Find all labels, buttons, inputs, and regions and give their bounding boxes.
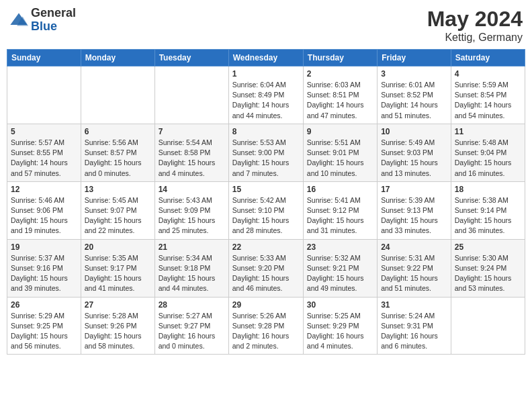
calendar-cell: 17Sunrise: 5:39 AMSunset: 9:13 PMDayligh… (378, 181, 451, 239)
day-number: 12 (11, 185, 77, 194)
day-number: 18 (455, 185, 521, 194)
day-number: 22 (232, 242, 300, 252)
calendar-header-monday: Monday (81, 50, 154, 66)
calendar-cell: 24Sunrise: 5:31 AMSunset: 9:22 PMDayligh… (378, 239, 451, 297)
day-number: 17 (381, 185, 447, 194)
day-number: 31 (381, 300, 447, 310)
calendar-header-wednesday: Wednesday (228, 50, 303, 66)
day-info: Sunrise: 5:28 AMSunset: 9:26 PMDaylight:… (85, 311, 151, 352)
page-header: General Blue May 2024 Kettig, Germany (7, 7, 525, 44)
day-number: 15 (232, 185, 300, 194)
day-number: 4 (455, 69, 521, 79)
title-block: May 2024 Kettig, Germany (427, 7, 523, 44)
day-number: 3 (381, 69, 447, 79)
calendar-cell: 26Sunrise: 5:29 AMSunset: 9:25 PMDayligh… (7, 297, 81, 355)
calendar-header-sunday: Sunday (7, 50, 81, 66)
day-info: Sunrise: 5:34 AMSunset: 9:18 PMDaylight:… (159, 253, 225, 294)
day-number: 1 (232, 69, 300, 79)
calendar-header-row: SundayMondayTuesdayWednesdayThursdayFrid… (7, 50, 525, 66)
day-info: Sunrise: 5:25 AMSunset: 9:29 PMDaylight:… (307, 311, 373, 352)
day-number: 2 (307, 69, 373, 79)
calendar-cell: 25Sunrise: 5:30 AMSunset: 9:24 PMDayligh… (451, 239, 525, 297)
calendar-cell: 3Sunrise: 6:01 AMSunset: 8:52 PMDaylight… (378, 66, 451, 124)
day-info: Sunrise: 5:27 AMSunset: 9:27 PMDaylight:… (159, 311, 225, 352)
calendar-week-row: 26Sunrise: 5:29 AMSunset: 9:25 PMDayligh… (7, 297, 525, 355)
calendar-cell: 8Sunrise: 5:53 AMSunset: 9:00 PMDaylight… (228, 124, 303, 181)
calendar-week-row: 19Sunrise: 5:37 AMSunset: 9:16 PMDayligh… (7, 239, 525, 297)
day-number: 13 (85, 185, 151, 194)
calendar-cell: 16Sunrise: 5:41 AMSunset: 9:12 PMDayligh… (303, 181, 377, 239)
day-info: Sunrise: 5:51 AMSunset: 9:01 PMDaylight:… (307, 138, 373, 179)
calendar-header-thursday: Thursday (303, 50, 377, 66)
calendar-cell: 10Sunrise: 5:49 AMSunset: 9:03 PMDayligh… (378, 124, 451, 181)
calendar-week-row: 12Sunrise: 5:46 AMSunset: 9:06 PMDayligh… (7, 181, 525, 239)
day-info: Sunrise: 5:53 AMSunset: 9:00 PMDaylight:… (232, 138, 300, 179)
day-info: Sunrise: 5:46 AMSunset: 9:06 PMDaylight:… (11, 195, 77, 236)
day-number: 11 (455, 127, 521, 136)
day-number: 24 (381, 242, 447, 252)
day-info: Sunrise: 5:54 AMSunset: 8:58 PMDaylight:… (159, 138, 225, 179)
calendar-cell: 22Sunrise: 5:33 AMSunset: 9:20 PMDayligh… (228, 239, 303, 297)
calendar-cell (451, 297, 525, 355)
day-info: Sunrise: 5:30 AMSunset: 9:24 PMDaylight:… (455, 253, 521, 294)
day-number: 19 (11, 242, 77, 252)
day-info: Sunrise: 5:48 AMSunset: 9:04 PMDaylight:… (455, 138, 521, 179)
day-info: Sunrise: 5:32 AMSunset: 9:21 PMDaylight:… (307, 253, 373, 294)
calendar-cell: 15Sunrise: 5:42 AMSunset: 9:10 PMDayligh… (228, 181, 303, 239)
calendar-week-row: 1Sunrise: 6:04 AMSunset: 8:49 PMDaylight… (7, 66, 525, 124)
day-number: 27 (85, 300, 151, 310)
calendar-cell: 30Sunrise: 5:25 AMSunset: 9:29 PMDayligh… (303, 297, 377, 355)
logo-icon (9, 11, 28, 30)
day-info: Sunrise: 5:56 AMSunset: 8:57 PMDaylight:… (85, 138, 151, 179)
day-info: Sunrise: 5:39 AMSunset: 9:13 PMDaylight:… (381, 195, 447, 236)
day-number: 9 (307, 127, 373, 136)
calendar-cell: 29Sunrise: 5:26 AMSunset: 9:28 PMDayligh… (228, 297, 303, 355)
calendar-cell: 4Sunrise: 5:59 AMSunset: 8:54 PMDaylight… (451, 66, 525, 124)
calendar-cell: 14Sunrise: 5:43 AMSunset: 9:09 PMDayligh… (154, 181, 228, 239)
day-info: Sunrise: 5:41 AMSunset: 9:12 PMDaylight:… (307, 195, 373, 236)
day-info: Sunrise: 5:33 AMSunset: 9:20 PMDaylight:… (232, 253, 300, 294)
day-number: 10 (381, 127, 447, 136)
calendar-cell: 11Sunrise: 5:48 AMSunset: 9:04 PMDayligh… (451, 124, 525, 181)
day-info: Sunrise: 5:38 AMSunset: 9:14 PMDaylight:… (455, 195, 521, 236)
calendar-cell: 21Sunrise: 5:34 AMSunset: 9:18 PMDayligh… (154, 239, 228, 297)
day-number: 6 (85, 127, 151, 136)
calendar-cell: 2Sunrise: 6:03 AMSunset: 8:51 PMDaylight… (303, 66, 377, 124)
calendar-header-saturday: Saturday (451, 50, 525, 66)
day-number: 26 (11, 300, 77, 310)
day-number: 14 (159, 185, 225, 194)
calendar-cell: 9Sunrise: 5:51 AMSunset: 9:01 PMDaylight… (303, 124, 377, 181)
day-number: 5 (11, 127, 77, 136)
location-title: Kettig, Germany (427, 32, 523, 44)
calendar-cell: 27Sunrise: 5:28 AMSunset: 9:26 PMDayligh… (81, 297, 154, 355)
day-info: Sunrise: 6:01 AMSunset: 8:52 PMDaylight:… (381, 80, 447, 121)
day-number: 7 (159, 127, 225, 136)
day-info: Sunrise: 6:04 AMSunset: 8:49 PMDaylight:… (232, 80, 300, 121)
day-info: Sunrise: 5:24 AMSunset: 9:31 PMDaylight:… (381, 311, 447, 352)
day-info: Sunrise: 5:37 AMSunset: 9:16 PMDaylight:… (11, 253, 77, 294)
day-number: 28 (159, 300, 225, 310)
day-info: Sunrise: 5:29 AMSunset: 9:25 PMDaylight:… (11, 311, 77, 352)
day-info: Sunrise: 5:59 AMSunset: 8:54 PMDaylight:… (455, 80, 521, 121)
calendar-cell: 31Sunrise: 5:24 AMSunset: 9:31 PMDayligh… (378, 297, 451, 355)
calendar-cell (7, 66, 81, 124)
day-number: 8 (232, 127, 300, 136)
day-number: 25 (455, 242, 521, 252)
day-info: Sunrise: 5:57 AMSunset: 8:55 PMDaylight:… (11, 138, 77, 179)
day-info: Sunrise: 6:03 AMSunset: 8:51 PMDaylight:… (307, 80, 373, 121)
calendar-cell (154, 66, 228, 124)
calendar-cell: 28Sunrise: 5:27 AMSunset: 9:27 PMDayligh… (154, 297, 228, 355)
day-number: 23 (307, 242, 373, 252)
calendar-header-tuesday: Tuesday (154, 50, 228, 66)
calendar-header-friday: Friday (378, 50, 451, 66)
day-info: Sunrise: 5:35 AMSunset: 9:17 PMDaylight:… (85, 253, 151, 294)
calendar-cell (81, 66, 154, 124)
month-year-title: May 2024 (427, 7, 523, 32)
calendar-cell: 7Sunrise: 5:54 AMSunset: 8:58 PMDaylight… (154, 124, 228, 181)
logo: General Blue (9, 7, 76, 34)
calendar-cell: 23Sunrise: 5:32 AMSunset: 9:21 PMDayligh… (303, 239, 377, 297)
day-number: 21 (159, 242, 225, 252)
calendar-cell: 12Sunrise: 5:46 AMSunset: 9:06 PMDayligh… (7, 181, 81, 239)
logo-general-text: General (31, 7, 76, 20)
calendar-cell: 6Sunrise: 5:56 AMSunset: 8:57 PMDaylight… (81, 124, 154, 181)
